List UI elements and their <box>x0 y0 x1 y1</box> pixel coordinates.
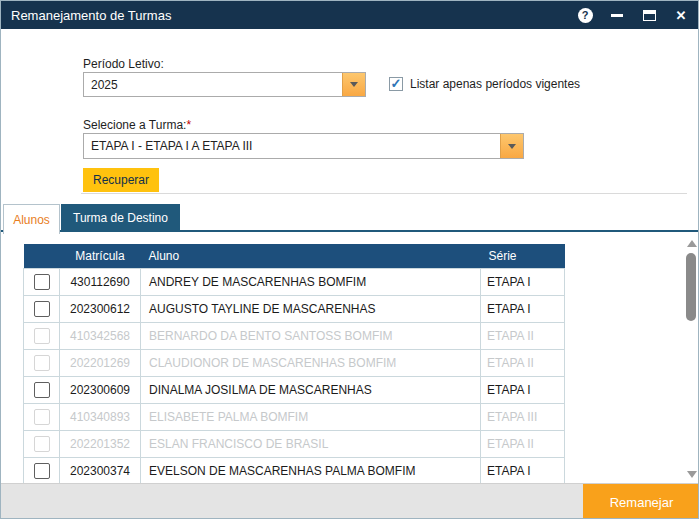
cell-matricula: 430112690 <box>60 269 141 296</box>
table-row: 202201352ESLAN FRANCISCO DE BRASILETAPA … <box>24 431 565 458</box>
cell-matricula: 202201269 <box>60 350 141 377</box>
close-icon: ✕ <box>676 9 687 22</box>
cell-matricula: 202300612 <box>60 296 141 323</box>
turma-value: ETAPA I - ETAPA I A ETAPA III <box>84 134 500 158</box>
footer-bar: Remanejar <box>1 483 699 519</box>
window-title: Remanejamento de Turmas <box>11 8 574 23</box>
cell-aluno: BERNARDO DA BENTO SANTOSS BOMFIM <box>141 323 481 350</box>
section-divider <box>81 193 687 194</box>
students-table: Matrícula Aluno Série 430112690ANDREY DE… <box>23 244 565 483</box>
cell-aluno: ELISABETE PALMA BOMFIM <box>141 404 481 431</box>
periodo-letivo-dropdown[interactable]: 2025 <box>83 72 366 97</box>
vigentes-checkbox-label: Listar apenas períodos vigentes <box>410 77 580 91</box>
remanejar-button[interactable]: Remanejar <box>583 484 699 519</box>
cell-matricula: 410340893 <box>60 404 141 431</box>
cell-matricula: 202201352 <box>60 431 141 458</box>
cell-aluno: DINALMA JOSILMA DE MASCARENHAS <box>141 377 481 404</box>
tab-turma-de-destino[interactable]: Turma de Destino <box>61 204 180 232</box>
cell-serie: ETAPA I <box>481 458 565 484</box>
turma-label: Selecione a Turma:* <box>83 118 191 132</box>
row-checkbox[interactable] <box>34 463 50 479</box>
column-header-serie: Série <box>481 244 565 269</box>
required-asterisk: * <box>186 118 191 132</box>
chevron-down-icon <box>350 82 358 87</box>
column-header-matricula: Matrícula <box>60 244 141 269</box>
scroll-up-icon[interactable] <box>687 240 697 247</box>
periodo-letivo-value: 2025 <box>84 73 342 96</box>
close-button[interactable]: ✕ <box>670 4 692 26</box>
cell-matricula: 410342568 <box>60 323 141 350</box>
table-row: 202201269CLAUDIONOR DE MASCARENHAS BOMFI… <box>24 350 565 377</box>
cell-matricula: 202300609 <box>60 377 141 404</box>
periodo-dropdown-button[interactable] <box>342 73 365 96</box>
table-row: 430112690ANDREY DE MASCARENHAS BOMFIMETA… <box>24 269 565 296</box>
periodo-letivo-label: Período Letivo: <box>83 57 164 71</box>
cell-serie: ETAPA III <box>481 404 565 431</box>
turma-dropdown[interactable]: ETAPA I - ETAPA I A ETAPA III <box>83 133 524 159</box>
recuperar-button[interactable]: Recuperar <box>83 168 159 192</box>
help-icon: ? <box>578 8 593 23</box>
cell-serie: ETAPA I <box>481 269 565 296</box>
row-checkbox <box>34 328 50 344</box>
row-checkbox[interactable] <box>34 301 50 317</box>
cell-matricula: 202300374 <box>60 458 141 484</box>
tab-strip: Alunos Turma de Destino <box>1 204 699 232</box>
window-controls: ? ✕ <box>574 4 692 26</box>
column-header-checkbox <box>24 244 60 269</box>
cell-serie: ETAPA II <box>481 323 565 350</box>
table-row: 410342568BERNARDO DA BENTO SANTOSS BOMFI… <box>24 323 565 350</box>
table-row: 202300609DINALMA JOSILMA DE MASCARENHASE… <box>24 377 565 404</box>
cell-aluno: ESLAN FRANCISCO DE BRASIL <box>141 431 481 458</box>
maximize-button[interactable] <box>638 4 660 26</box>
table-row: 410340893ELISABETE PALMA BOMFIMETAPA III <box>24 404 565 431</box>
cell-aluno: AUGUSTO TAYLINE DE MASCARENHAS <box>141 296 481 323</box>
title-bar: Remanejamento de Turmas ? ✕ <box>1 1 699 29</box>
row-checkbox <box>34 409 50 425</box>
table-row: 202300374EVELSON DE MASCARENHAS PALMA BO… <box>24 458 565 484</box>
minimize-icon <box>611 14 623 17</box>
alunos-tab-content: Matrícula Aluno Série 430112690ANDREY DE… <box>1 232 699 483</box>
turma-label-text: Selecione a Turma: <box>83 118 186 132</box>
chevron-down-icon <box>508 144 516 149</box>
column-header-aluno: Aluno <box>141 244 481 269</box>
cell-aluno: EVELSON DE MASCARENHAS PALMA BOMFIM <box>141 458 481 484</box>
maximize-icon <box>643 10 656 21</box>
turma-dropdown-button[interactable] <box>500 134 523 158</box>
row-checkbox <box>34 355 50 371</box>
minimize-button[interactable] <box>606 4 628 26</box>
row-checkbox[interactable] <box>34 382 50 398</box>
row-checkbox <box>34 436 50 452</box>
vigentes-checkbox[interactable] <box>389 77 403 91</box>
help-button[interactable]: ? <box>574 4 596 26</box>
scrollbar-thumb[interactable] <box>686 253 696 321</box>
cell-serie: ETAPA I <box>481 377 565 404</box>
table-row: 202300612AUGUSTO TAYLINE DE MASCARENHASE… <box>24 296 565 323</box>
cell-serie: ETAPA II <box>481 431 565 458</box>
cell-aluno: CLAUDIONOR DE MASCARENHAS BOMFIM <box>141 350 481 377</box>
remanejamento-dialog: Remanejamento de Turmas ? ✕ Período Leti… <box>0 0 699 519</box>
tab-alunos[interactable]: Alunos <box>3 204 60 234</box>
table-header-row: Matrícula Aluno Série <box>24 244 565 269</box>
cell-serie: ETAPA I <box>481 296 565 323</box>
cell-serie: ETAPA II <box>481 350 565 377</box>
vigentes-checkbox-row[interactable]: Listar apenas períodos vigentes <box>389 77 580 91</box>
cell-aluno: ANDREY DE MASCARENHAS BOMFIM <box>141 269 481 296</box>
students-table-body: 430112690ANDREY DE MASCARENHAS BOMFIMETA… <box>24 269 565 484</box>
vertical-scrollbar[interactable] <box>685 238 698 480</box>
scroll-down-icon[interactable] <box>687 471 697 478</box>
row-checkbox[interactable] <box>34 274 50 290</box>
